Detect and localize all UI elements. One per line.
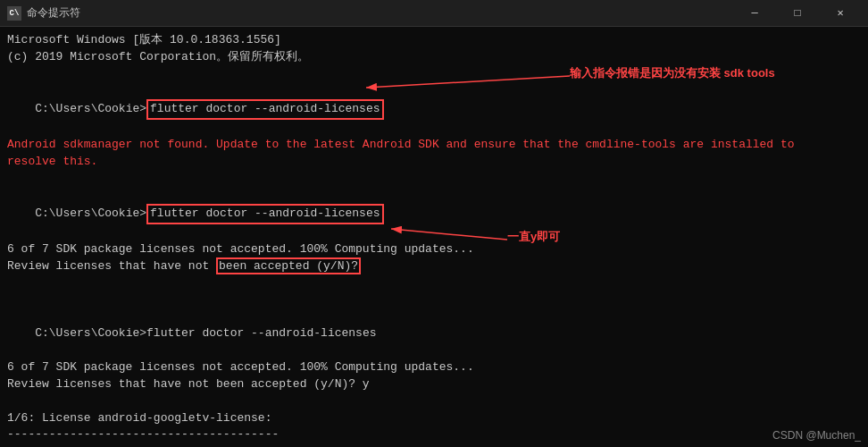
terminal-line-cmd1: C:\Users\Cookie>flutter doctor --android…: [7, 83, 861, 138]
title-bar-left: C\ 命令提示符: [7, 5, 80, 21]
terminal-line-cmd2: C:\Users\Cookie>flutter doctor --android…: [7, 188, 861, 242]
prompt-3: C:\Users\Cookie>: [35, 326, 146, 340]
terminal-line-2: (c) 2019 Microsoft Corporation。保留所有权利。: [7, 49, 861, 66]
terminal-line-error2: resolve this.: [7, 154, 861, 171]
cmd-3: flutter doctor --android-licenses: [146, 326, 376, 340]
prompt-1: C:\Users\Cookie>: [35, 102, 146, 115]
cmd-1: flutter doctor --android-licenses: [146, 99, 383, 120]
terminal-line-license: 1/6: License android-googletv-license:: [7, 410, 861, 427]
prompt-2: C:\Users\Cookie>: [35, 207, 146, 220]
watermark: CSDN @Muchen_: [772, 428, 861, 443]
close-button[interactable]: ✕: [820, 0, 861, 27]
title-bar: C\ 命令提示符 ─ □ ✕: [0, 0, 868, 27]
annotation-y-prompt: 一直y即可: [507, 229, 560, 246]
terminal-line-error1: Android sdkmanager not found. Update to …: [7, 137, 861, 154]
window-controls[interactable]: ─ □ ✕: [734, 0, 861, 27]
terminal-line-review2: Review licenses that have not been accep…: [7, 376, 861, 393]
annotation-sdk-tools: 输入指令报错是因为没有安装 sdk tools: [570, 65, 775, 82]
terminal-spacer-2: [7, 171, 861, 188]
minimize-button[interactable]: ─: [734, 0, 775, 27]
maximize-button[interactable]: □: [777, 0, 818, 27]
cmd-2: flutter doctor --android-licenses: [146, 204, 383, 224]
terminal-spacer-3: [7, 275, 861, 292]
terminal-line-separator: ---------------------------------------: [7, 426, 861, 443]
terminal-body: Microsoft Windows [版本 10.0.18363.1556] (…: [0, 27, 868, 447]
terminal-line-1: Microsoft Windows [版本 10.0.18363.1556]: [7, 32, 861, 49]
terminal-line-pkg2: 6 of 7 SDK package licenses not accepted…: [7, 359, 861, 376]
terminal-spacer-6: [7, 443, 861, 447]
terminal-line-cmd3: C:\Users\Cookie>flutter doctor --android…: [7, 309, 861, 360]
terminal-line-review1: Review licenses that have not been accep…: [7, 258, 861, 275]
input-prompt-box: been accepted (y/N)?: [216, 257, 361, 274]
terminal-line-pkg1: 6 of 7 SDK package licenses not accepted…: [7, 241, 861, 258]
terminal-spacer-5: [7, 393, 861, 410]
window-title: 命令提示符: [27, 5, 80, 21]
cmd-icon: C\: [7, 6, 21, 21]
terminal-spacer-4: [7, 292, 861, 309]
